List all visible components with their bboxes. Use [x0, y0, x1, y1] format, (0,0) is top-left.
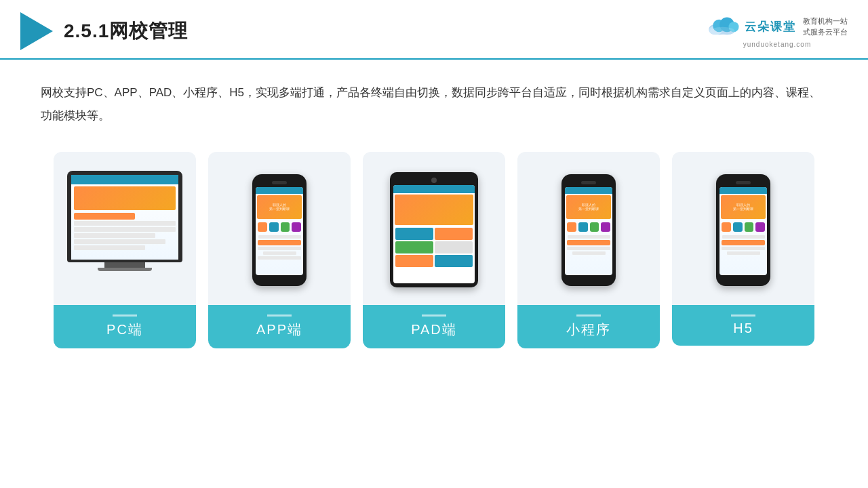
- card-pad: PAD端: [363, 152, 505, 348]
- phone-mockup-app: 职涯人的第一堂判断课: [252, 174, 307, 286]
- description-text: 网校支持PC、APP、PAD、小程序、H5，实现多端打通，产品各终端自由切换，数…: [41, 81, 827, 127]
- logo-tagline: 教育机构一站 式服务云平台: [803, 16, 848, 37]
- logo-area: 云朵课堂 教育机构一站 式服务云平台 yunduoketang.com: [707, 15, 848, 48]
- logo-text-cn: 云朵课堂: [745, 19, 796, 35]
- tablet-mockup: [390, 172, 478, 287]
- miniapp-image-area: 职涯人的第一堂判断课: [528, 165, 649, 294]
- cards-container: PC端 职涯人的第一堂判断课: [41, 152, 827, 348]
- header: 2.5.1网校管理 云朵课堂 教育机构一站 式服务云平台: [0, 0, 868, 60]
- phone-mockup-h5: 职涯人的第一堂判断课: [716, 174, 770, 286]
- card-app: 职涯人的第一堂判断课: [208, 152, 351, 348]
- logo-cloud: 云朵课堂 教育机构一站 式服务云平台: [707, 15, 848, 39]
- card-label-h5: H5: [672, 305, 814, 346]
- phone-mockup-miniapp: 职涯人的第一堂判断课: [561, 174, 616, 286]
- card-label-app: APP端: [208, 305, 351, 348]
- svg-point-6: [710, 26, 735, 35]
- cloud-icon: [707, 15, 741, 39]
- page-title: 2.5.1网校管理: [64, 18, 188, 44]
- card-label-pad: PAD端: [363, 305, 505, 348]
- card-label-miniapp: 小程序: [517, 305, 660, 348]
- pc-image-area: [64, 165, 185, 294]
- play-icon: [20, 12, 53, 50]
- card-miniapp: 职涯人的第一堂判断课: [517, 152, 660, 348]
- card-h5: 职涯人的第一堂判断课: [672, 152, 814, 346]
- card-pc: PC端: [54, 152, 196, 348]
- h5-image-area: 职涯人的第一堂判断课: [683, 165, 804, 294]
- header-left: 2.5.1网校管理: [20, 12, 188, 50]
- card-label-pc: PC端: [54, 305, 196, 348]
- app-image-area: 职涯人的第一堂判断课: [219, 165, 340, 294]
- logo-text-en: yunduoketang.com: [743, 41, 812, 48]
- pad-image-area: [374, 165, 494, 294]
- main-content: 网校支持PC、APP、PAD、小程序、H5，实现多端打通，产品各终端自由切换，数…: [0, 60, 868, 362]
- pc-mockup: [67, 171, 182, 289]
